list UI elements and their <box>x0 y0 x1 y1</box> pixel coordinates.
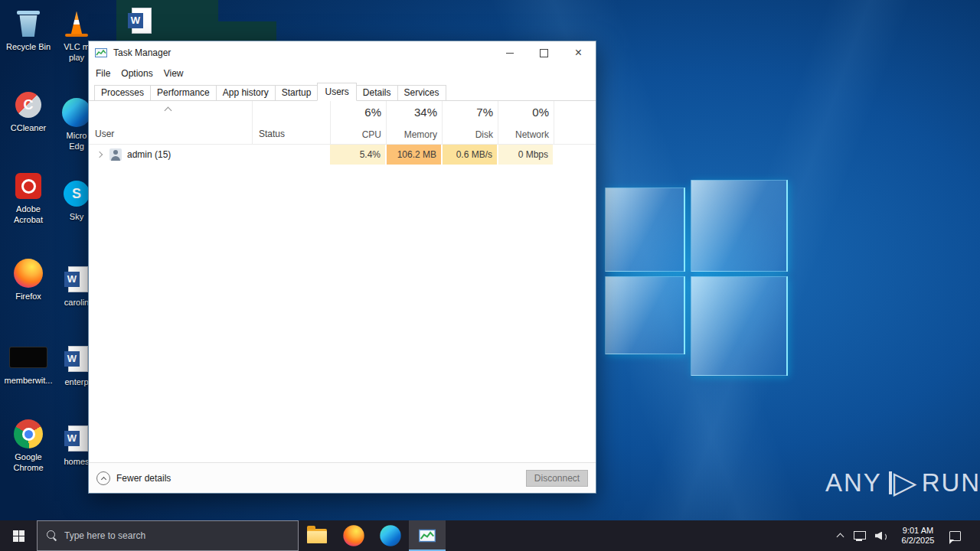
anyrun-logo-bar <box>889 471 892 494</box>
tab-users[interactable]: Users <box>317 83 356 101</box>
vlc-icon <box>49 8 104 40</box>
cpu-label: CPU <box>330 129 381 140</box>
expand-chevron-icon[interactable] <box>96 152 103 158</box>
memory-total: 34% <box>386 106 437 119</box>
tab-details[interactable]: Details <box>356 85 398 101</box>
adobe-acrobat-icon <box>1 170 56 202</box>
menu-bar: File Options View <box>89 64 596 83</box>
disconnect-button[interactable]: Disconnect <box>526 470 588 487</box>
column-header-memory[interactable]: 34% Memory <box>386 106 441 140</box>
volume-icon[interactable] <box>875 531 887 541</box>
disk-label: Disk <box>442 129 493 140</box>
desktop-icon-label: Adobe Acrobat <box>1 204 56 225</box>
desktop-icon-firefox[interactable]: Firefox <box>1 257 56 302</box>
column-header-disk[interactable]: 7% Disk <box>442 106 497 140</box>
tab-startup[interactable]: Startup <box>275 85 318 101</box>
task-manager-icon <box>95 47 107 59</box>
tab-processes[interactable]: Processes <box>94 85 151 101</box>
taskbar-edge[interactable] <box>372 520 409 551</box>
title-bar[interactable]: Task Manager <box>89 41 596 64</box>
fewer-details-toggle[interactable]: Fewer details <box>96 471 171 485</box>
menu-view[interactable]: View <box>158 64 189 83</box>
windows-logo-pane <box>691 180 788 272</box>
network-label: Network <box>498 129 549 140</box>
anyrun-watermark-left: ANY <box>825 468 882 497</box>
taskbar-search[interactable] <box>37 520 299 551</box>
user-name: admin (15) <box>127 145 171 165</box>
column-headers: User Status 6% CPU 34% Memory 7% Disk 0%… <box>89 101 596 145</box>
footer-bar: Fewer details Disconnect <box>89 462 596 493</box>
sort-ascending-icon <box>165 107 172 115</box>
windows-logo-pane <box>691 276 788 376</box>
clock-time: 9:01 AM <box>897 526 939 536</box>
anyrun-watermark: ANY ▷ RUN <box>825 468 980 497</box>
desktop-icon-label: Firefox <box>1 291 56 302</box>
desktop-icon-memberwit[interactable]: memberwit... <box>1 341 56 386</box>
desktop-icon-adobe-acrobat[interactable]: Adobe Acrobat <box>1 170 56 225</box>
disk-total: 7% <box>442 106 493 119</box>
taskbar: 9:01 AM 6/2/2025 <box>0 520 980 551</box>
menu-options[interactable]: Options <box>116 64 158 83</box>
memory-label: Memory <box>386 129 437 140</box>
desktop-icon-label: Recycle Bin <box>1 41 56 52</box>
desktop-icon-ccleaner[interactable]: CCleaner <box>1 89 56 133</box>
window-title: Task Manager <box>113 47 492 58</box>
close-button[interactable] <box>561 42 596 64</box>
search-input[interactable] <box>64 530 279 541</box>
desktop: ANY ▷ RUN Recycle Bin CCleaner Adobe Acr… <box>0 0 980 551</box>
maximize-button[interactable] <box>527 42 561 64</box>
clock-date: 6/2/2025 <box>897 536 939 546</box>
firefox-icon <box>1 257 56 289</box>
play-icon: ▷ <box>893 467 919 497</box>
minimize-button[interactable] <box>492 42 527 64</box>
chrome-icon <box>1 418 56 450</box>
word-document-icon <box>113 5 168 37</box>
task-manager-window: Task Manager File Options View Processes… <box>88 41 596 494</box>
desktop-icon-label: memberwit... <box>1 375 56 386</box>
system-tray: 9:01 AM 6/2/2025 <box>838 520 980 551</box>
task-manager-icon <box>419 527 436 544</box>
windows-logo-pane <box>605 187 685 272</box>
firefox-icon <box>343 525 364 546</box>
user-avatar-icon <box>109 148 122 161</box>
edge-icon <box>380 525 400 546</box>
windows-start-icon <box>13 530 24 542</box>
desktop-icon-label: Google Chrome <box>1 452 56 473</box>
file-explorer-icon <box>307 529 327 543</box>
memberwit-icon <box>1 341 56 373</box>
menu-file[interactable]: File <box>90 64 116 83</box>
taskbar-firefox[interactable] <box>335 520 372 551</box>
cell-cpu: 5.4% <box>330 145 385 165</box>
anyrun-watermark-right: RUN <box>922 468 980 497</box>
recycle-bin-icon <box>1 8 56 40</box>
column-header-user[interactable]: User <box>95 129 114 139</box>
tab-strip: Processes Performance App history Startu… <box>89 83 596 101</box>
taskbar-clock[interactable]: 9:01 AM 6/2/2025 <box>897 526 939 546</box>
cell-disk: 0.6 MB/s <box>443 145 497 165</box>
desktop-icon-google-chrome[interactable]: Google Chrome <box>1 418 56 473</box>
tab-app-history[interactable]: App history <box>216 85 276 101</box>
column-header-network[interactable]: 0% Network <box>498 106 553 140</box>
cpu-total: 6% <box>330 106 381 119</box>
taskbar-file-explorer[interactable] <box>299 520 335 551</box>
desktop-icon-label: CCleaner <box>1 122 56 133</box>
network-total: 0% <box>498 106 549 119</box>
tab-performance[interactable]: Performance <box>150 85 217 101</box>
column-header-cpu[interactable]: 6% CPU <box>330 106 385 140</box>
hidden-icons-chevron-icon[interactable] <box>837 533 844 541</box>
user-row-admin[interactable]: admin (15) 5.4% 106.2 MB 0.6 MB/s 0 Mbps <box>89 145 596 165</box>
fewer-details-label: Fewer details <box>116 473 171 484</box>
cell-memory: 106.2 MB <box>387 145 441 165</box>
search-icon <box>47 530 57 541</box>
network-icon[interactable] <box>853 531 865 541</box>
column-header-status[interactable]: Status <box>259 129 285 139</box>
ccleaner-icon <box>1 89 56 121</box>
windows-logo-pane <box>605 276 685 354</box>
start-button[interactable] <box>0 520 37 551</box>
taskbar-task-manager[interactable] <box>409 520 446 551</box>
collapse-circle-icon <box>96 471 110 485</box>
tab-services[interactable]: Services <box>397 85 446 101</box>
desktop-icon-recycle-bin[interactable]: Recycle Bin <box>1 8 56 52</box>
desktop-icon-word-document[interactable] <box>113 5 168 37</box>
action-center-icon[interactable] <box>949 531 961 541</box>
